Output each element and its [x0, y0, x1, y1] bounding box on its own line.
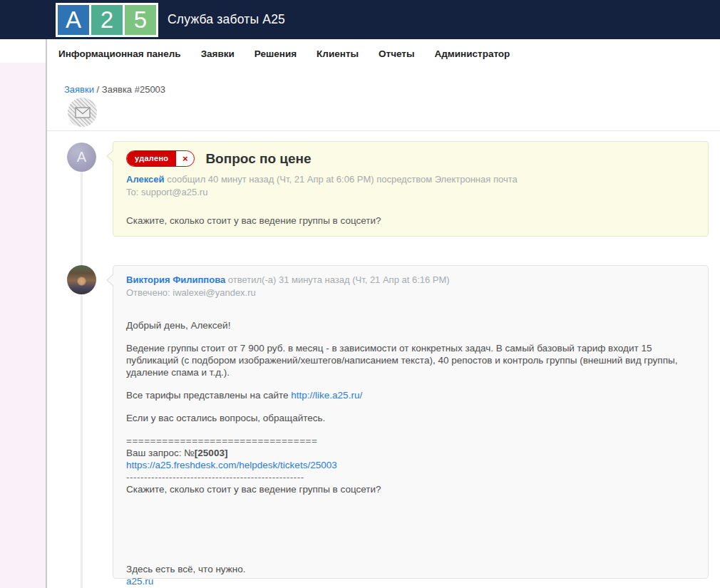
- logo-letter-2: 2: [91, 5, 123, 35]
- breadcrumb-current-ticket: Заявка #25003: [102, 84, 165, 95]
- agent-avatar: [67, 265, 96, 294]
- topbar: А 2 5 Служба заботы А25: [0, 0, 720, 39]
- requester-avatar-letter: A: [77, 149, 86, 165]
- reply-meta-line: Виктория Филиппова ответил(-а) 31 минута…: [126, 274, 695, 285]
- reply-questions-line: Если у вас остались вопросы, обращайтесь…: [126, 412, 695, 424]
- reply-replied-to-line: Отвечено: iwalexei@yandex.ru: [126, 287, 695, 298]
- signature-line: Здесь есть всё, что нужно.: [126, 563, 695, 575]
- requester-name-link[interactable]: Алексей: [126, 174, 165, 185]
- requester-avatar: A: [67, 143, 96, 172]
- deleted-tag-close-icon[interactable]: ×: [176, 151, 194, 166]
- request-prefix: Ваш запрос: №: [126, 448, 195, 458]
- agent-name-link[interactable]: Виктория Филиппова: [126, 274, 225, 285]
- nav-item-dashboard[interactable]: Информационная панель: [58, 48, 181, 59]
- ticket-source-badge: [68, 98, 97, 127]
- deleted-tag: удалено ×: [126, 150, 195, 167]
- reply-price-paragraph: Ведение группы стоит от 7 900 руб. в мес…: [126, 342, 695, 378]
- deleted-tag-label: удалено: [127, 151, 176, 166]
- app-window: Информационная панель Заявки Решения Кли…: [47, 39, 720, 588]
- ticket-link-line: https://a25.freshdesk.com/helpdesk/ticke…: [126, 459, 695, 471]
- logo-letter-5: 5: [125, 5, 156, 35]
- tariffs-site-link[interactable]: http://like.a25.ru/: [291, 390, 362, 401]
- note-header: удалено × Вопрос по цене: [126, 150, 695, 167]
- breadcrumb-tickets-link[interactable]: Заявки: [64, 84, 94, 95]
- note-body-text: Скажите, сколько стоит у вас ведение гру…: [126, 215, 695, 226]
- separator-equals: ================================: [126, 435, 695, 447]
- ticket-title: Вопрос по цене: [205, 151, 311, 167]
- freshdesk-ticket-link[interactable]: https://a25.freshdesk.com/helpdesk/ticke…: [126, 460, 337, 470]
- nav-item-solutions[interactable]: Решения: [254, 48, 297, 59]
- reply-tariffs-line: Все тарифы представлены на сайте http://…: [126, 389, 695, 401]
- note-meta-text: сообщил 40 минут назад (Чт, 21 Апр at 6:…: [167, 174, 518, 185]
- header-divider: [47, 130, 720, 131]
- nav-item-reports[interactable]: Отчеты: [379, 48, 414, 59]
- nav-item-customers[interactable]: Клиенты: [317, 48, 359, 59]
- a25-logo: А 2 5: [56, 3, 158, 37]
- ticket-note-card: удалено × Вопрос по цене Алексей сообщил…: [113, 141, 709, 237]
- nav-item-administrator[interactable]: Администратор: [434, 48, 510, 59]
- request-number-line: Ваш запрос: №[25003]: [126, 447, 695, 459]
- reply-meta-text: ответил(-а) 31 минута назад (Чт, 21 Апр …: [228, 274, 450, 285]
- a25-site-link[interactable]: a25.ru: [126, 576, 153, 587]
- breadcrumb: Заявки / Заявка #25003: [64, 84, 165, 95]
- nav-item-tickets[interactable]: Заявки: [201, 48, 235, 59]
- email-source-icon: [75, 107, 91, 118]
- agent-reply-card: Виктория Филиппова ответил(-а) 31 минута…: [113, 265, 709, 579]
- breadcrumb-separator: /: [97, 84, 100, 95]
- note-meta-line: Алексей сообщил 40 минут назад (Чт, 21 А…: [126, 174, 695, 185]
- reply-tariffs-prefix: Все тарифы представлены на сайте: [126, 390, 291, 401]
- page-background-strip: [0, 63, 46, 588]
- request-number: [25003]: [195, 448, 228, 458]
- main-nav: Информационная панель Заявки Решения Кли…: [47, 39, 720, 59]
- reply-body: Добрый день, Алексей! Ведение группы сто…: [126, 319, 695, 587]
- note-to-line: To: support@a25.ru: [126, 187, 695, 197]
- body-whitespace: [126, 495, 695, 563]
- conversation-timeline: [81, 146, 83, 588]
- quoted-question: Скажите, сколько стоит у вас ведение гру…: [126, 483, 695, 495]
- app-title: Служба заботы А25: [168, 12, 285, 27]
- logo-letter-a: А: [58, 5, 89, 35]
- separator-dashes: ----------------------------------------…: [126, 471, 695, 483]
- reply-greeting: Добрый день, Алексей!: [126, 319, 695, 331]
- signature-link-line: a25.ru: [126, 575, 695, 587]
